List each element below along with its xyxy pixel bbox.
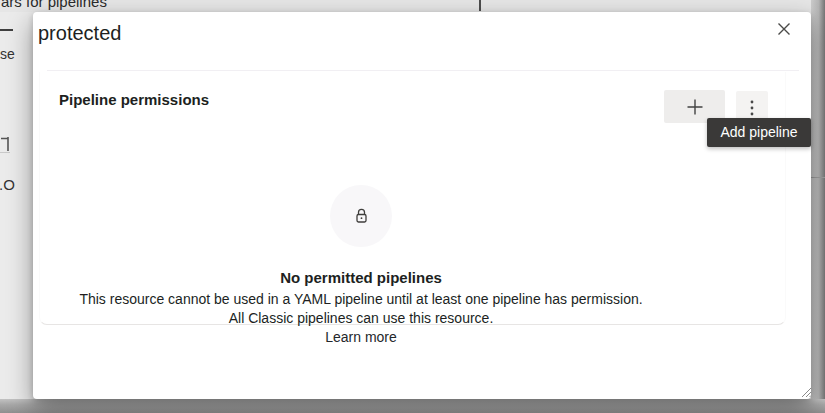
zero-state-description-line2: All Classic pipelines can use this resou… bbox=[40, 309, 682, 328]
pipeline-permissions-card: Pipeline permissions No permitted pip bbox=[39, 72, 786, 325]
close-icon bbox=[777, 22, 791, 36]
lock-circle bbox=[330, 185, 392, 247]
close-button[interactable] bbox=[769, 14, 799, 44]
resize-handle-icon[interactable] bbox=[799, 385, 811, 397]
pipeline-permissions-panel: protected Pipeline permissions bbox=[33, 12, 811, 399]
page-background-top bbox=[0, 0, 825, 12]
page-background-right bbox=[811, 0, 825, 413]
page-background-bottom bbox=[0, 399, 825, 413]
zero-state: No permitted pipelines This resource can… bbox=[40, 185, 682, 347]
zero-state-title: No permitted pipelines bbox=[40, 269, 682, 287]
background-divider-fragment bbox=[0, 152, 10, 153]
lock-icon bbox=[353, 207, 370, 225]
panel-title: protected bbox=[38, 21, 121, 45]
section-heading: Pipeline permissions bbox=[59, 91, 209, 108]
background-column-divider bbox=[479, 0, 481, 11]
plus-icon bbox=[686, 98, 704, 116]
background-divider-fragment bbox=[811, 177, 825, 178]
kebab-menu-icon bbox=[749, 99, 755, 117]
background-text-fragment: se bbox=[0, 46, 15, 62]
background-divider-fragment bbox=[0, 29, 13, 31]
background-text-fragment: ars for pipelines bbox=[1, 0, 107, 10]
header-divider bbox=[47, 70, 799, 71]
background-text-fragment: .O bbox=[0, 176, 15, 193]
background-glyph-fragment bbox=[1, 137, 11, 153]
add-pipeline-tooltip: Add pipeline bbox=[707, 118, 811, 147]
learn-more-link[interactable]: Learn more bbox=[325, 328, 397, 347]
zero-state-description-line1: This resource cannot be used in a YAML p… bbox=[40, 290, 682, 309]
